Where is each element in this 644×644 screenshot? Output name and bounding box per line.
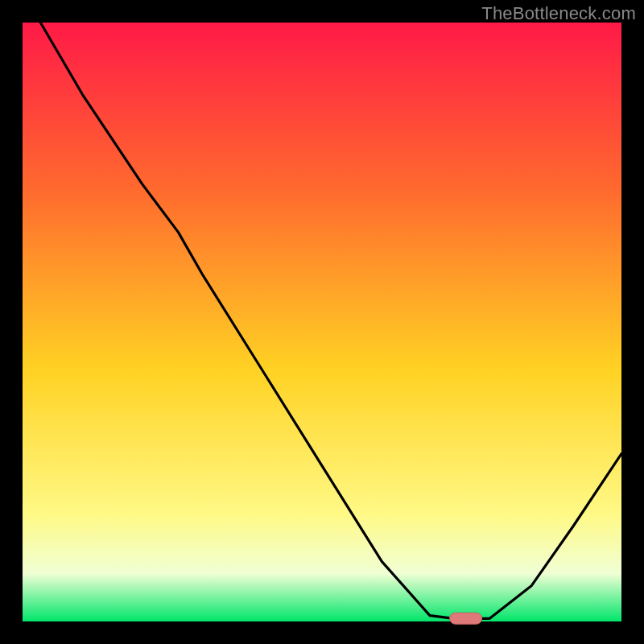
- chart-container: TheBottleneck.com: [0, 0, 644, 644]
- plot-background: [23, 23, 621, 621]
- optimal-point-marker: [450, 613, 482, 624]
- bottleneck-chart: [0, 0, 644, 644]
- watermark-text: TheBottleneck.com: [481, 3, 636, 24]
